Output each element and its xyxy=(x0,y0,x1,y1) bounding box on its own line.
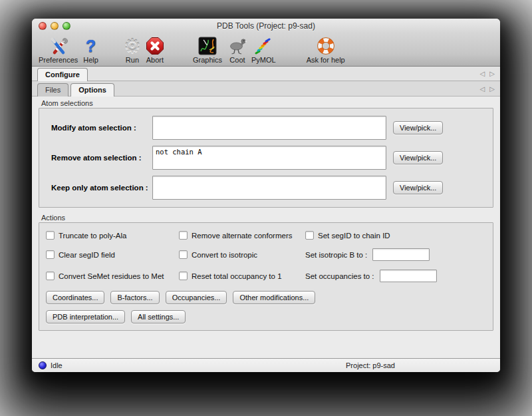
remove-atom-selection-row: Remove atom selection : not chain A View… xyxy=(51,146,487,170)
options-panel: Atom selections Modify atom selection : … xyxy=(32,97,500,358)
zoom-button[interactable] xyxy=(63,22,70,30)
tab-options[interactable]: Options xyxy=(70,83,114,97)
minimize-button[interactable] xyxy=(51,22,59,30)
status-bar: Idle Project: p9-sad xyxy=(32,358,500,372)
help-icon: ? xyxy=(86,36,96,56)
modify-atom-selection-row: Modify atom selection : View/pick... xyxy=(51,116,487,140)
preferences-icon xyxy=(49,36,68,56)
tab-scroll-arrows: ◁ ▷ xyxy=(480,81,495,96)
checkbox-label: Remove alternate conformers xyxy=(192,232,292,240)
tab-scroll-left-icon[interactable]: ◁ xyxy=(480,85,485,93)
toolbar-abort-button[interactable]: Abort xyxy=(145,36,165,64)
toolbar-label: Preferences xyxy=(39,56,78,64)
set-occupancies-input[interactable] xyxy=(380,270,437,282)
view-pick-button[interactable]: View/pick... xyxy=(393,121,443,134)
checkbox-convert-to-isotropic[interactable]: Convert to isotropic xyxy=(179,248,305,261)
checkbox-box xyxy=(46,272,55,280)
toolbar-label: Coot xyxy=(229,56,245,64)
checkbox-set-segid-to-chain-id[interactable]: Set segID to chain ID xyxy=(305,231,487,240)
group-label: Atom selections xyxy=(41,99,493,107)
checkbox-clear-segid-field[interactable]: Clear segID field xyxy=(46,248,179,261)
status-text: Idle xyxy=(51,361,63,369)
tab-bar-configure: Configure ◁ ▷ xyxy=(32,67,500,81)
checkbox-box xyxy=(179,250,188,259)
checkbox-box xyxy=(179,272,188,280)
keep-only-atom-selection-input[interactable] xyxy=(152,176,386,200)
toolbar-label: PyMOL xyxy=(251,56,276,64)
checkbox-truncate-poly-ala[interactable]: Truncate to poly-Ala xyxy=(46,231,179,240)
field-label: Remove atom selection : xyxy=(51,154,152,162)
run-gear-icon: ⚙ xyxy=(124,36,141,56)
checkbox-label: Set segID to chain ID xyxy=(318,232,390,240)
status-indicator-icon xyxy=(39,361,47,369)
checkbox-box xyxy=(305,231,314,240)
coot-bird-icon xyxy=(227,36,247,56)
actions-button-row-1: Coordinates... B-factors... Occupancies.… xyxy=(46,291,487,304)
window-title: PDB Tools (Project: p9-sad) xyxy=(217,21,315,31)
toolbar-label: Ask for help xyxy=(307,56,345,64)
set-isotropic-b-row: Set isotropic B to : xyxy=(305,248,487,261)
toolbar-label: Help xyxy=(83,56,98,64)
all-settings-button[interactable]: All settings... xyxy=(131,310,186,323)
remove-atom-selection-input[interactable]: not chain A xyxy=(152,146,386,170)
toolbar-label: Graphics xyxy=(193,56,222,64)
checkbox-label: Convert SeMet residues to Met xyxy=(59,272,164,280)
toolbar: Preferences ? Help ⚙ Run xyxy=(32,33,500,66)
modify-atom-selection-input[interactable] xyxy=(152,116,386,140)
close-button[interactable] xyxy=(39,22,47,30)
toolbar-coot-button[interactable]: Coot xyxy=(227,36,247,64)
toolbar-pymol-button[interactable]: PyMOL xyxy=(251,36,276,64)
lifebuoy-icon xyxy=(316,36,336,56)
pdb-interpretation-button[interactable]: PDB interpretation... xyxy=(46,310,125,323)
b-factors-button[interactable]: B-factors... xyxy=(110,291,159,304)
toolbar-preferences-button[interactable]: Preferences xyxy=(39,36,78,64)
tab-files[interactable]: Files xyxy=(37,83,68,97)
tab-scroll-right-icon[interactable]: ▷ xyxy=(489,85,495,93)
field-label: Modify atom selection : xyxy=(51,124,152,132)
tab-scroll-right-icon[interactable]: ▷ xyxy=(489,70,495,77)
graphics-icon xyxy=(198,36,217,56)
checkbox-box xyxy=(179,231,188,240)
actions-button-row-2: PDB interpretation... All settings... xyxy=(46,310,487,323)
other-modifications-button[interactable]: Other modifications... xyxy=(233,291,315,304)
window-controls xyxy=(39,22,70,30)
abort-icon xyxy=(145,36,165,56)
checkbox-remove-alternate-conformers[interactable]: Remove alternate conformers xyxy=(179,231,305,240)
set-occupancies-row: Set occupancies to : xyxy=(305,270,487,282)
set-isotropic-b-input[interactable] xyxy=(372,248,430,261)
checkbox-label: Truncate to poly-Ala xyxy=(59,232,126,240)
pdb-tools-window: PDB Tools (Project: p9-sad) Preferences xyxy=(32,19,500,372)
window-chrome: PDB Tools (Project: p9-sad) Preferences xyxy=(32,19,500,67)
checkbox-convert-semet-to-met[interactable]: Convert SeMet residues to Met xyxy=(46,270,179,282)
pymol-icon xyxy=(253,36,273,56)
checkbox-label: Convert to isotropic xyxy=(192,251,257,259)
title-bar[interactable]: PDB Tools (Project: p9-sad) xyxy=(32,19,500,33)
toolbar-ask-for-help-button[interactable]: Ask for help xyxy=(307,36,345,64)
tab-scroll-arrows: ◁ ▷ xyxy=(480,67,495,81)
toolbar-label: Abort xyxy=(146,56,164,64)
checkbox-box xyxy=(46,231,55,240)
tab-scroll-left-icon[interactable]: ◁ xyxy=(480,70,485,77)
group-label: Actions xyxy=(41,214,493,222)
tab-configure[interactable]: Configure xyxy=(37,68,88,81)
project-label: Project: p9-sad xyxy=(346,361,395,369)
actions-group: Actions Truncate to poly-Ala Remove alte… xyxy=(39,214,493,331)
occupancies-button[interactable]: Occupancies... xyxy=(166,291,227,304)
field-label: Keep only atom selection : xyxy=(51,184,152,192)
toolbar-help-button[interactable]: ? Help xyxy=(83,36,98,64)
checkbox-reset-total-occupancy[interactable]: Reset total occupancy to 1 xyxy=(179,270,305,282)
atom-selections-group: Atom selections Modify atom selection : … xyxy=(39,99,493,208)
view-pick-button[interactable]: View/pick... xyxy=(393,151,443,164)
field-label: Set occupancies to : xyxy=(305,272,374,280)
checkbox-box xyxy=(46,250,55,259)
keep-only-atom-selection-row: Keep only atom selection : View/pick... xyxy=(51,176,487,200)
checkbox-label: Reset total occupancy to 1 xyxy=(192,272,282,280)
toolbar-graphics-button[interactable]: Graphics xyxy=(193,36,222,64)
field-label: Set isotropic B to : xyxy=(305,251,367,259)
tab-bar-files-options: Files Options ◁ ▷ xyxy=(32,81,500,97)
toolbar-label: Run xyxy=(126,56,139,64)
view-pick-button[interactable]: View/pick... xyxy=(393,181,443,194)
toolbar-run-button[interactable]: ⚙ Run xyxy=(124,36,141,64)
checkbox-label: Clear segID field xyxy=(59,251,115,259)
coordinates-button[interactable]: Coordinates... xyxy=(46,291,104,304)
